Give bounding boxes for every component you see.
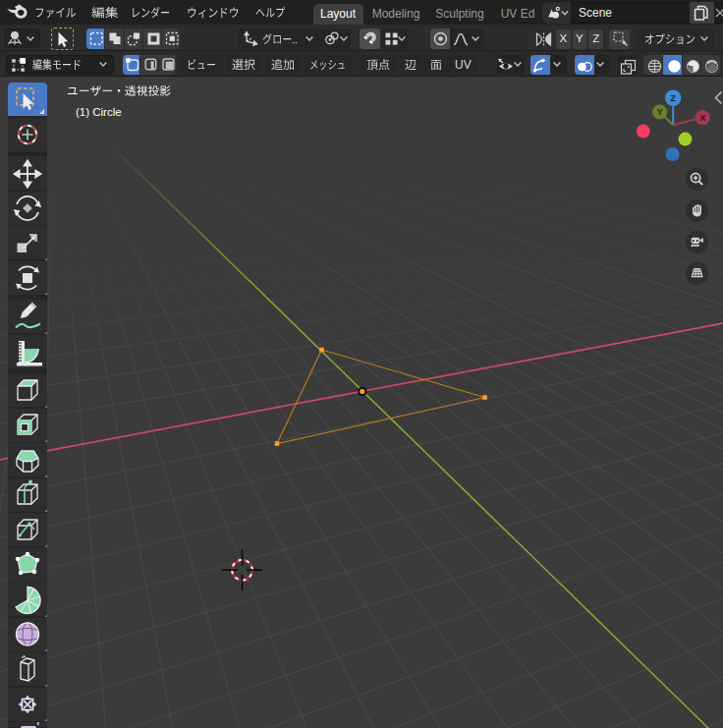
svg-text:X: X bbox=[699, 112, 706, 123]
svg-text:Z: Z bbox=[670, 92, 676, 103]
svg-text:Y: Y bbox=[656, 106, 663, 117]
